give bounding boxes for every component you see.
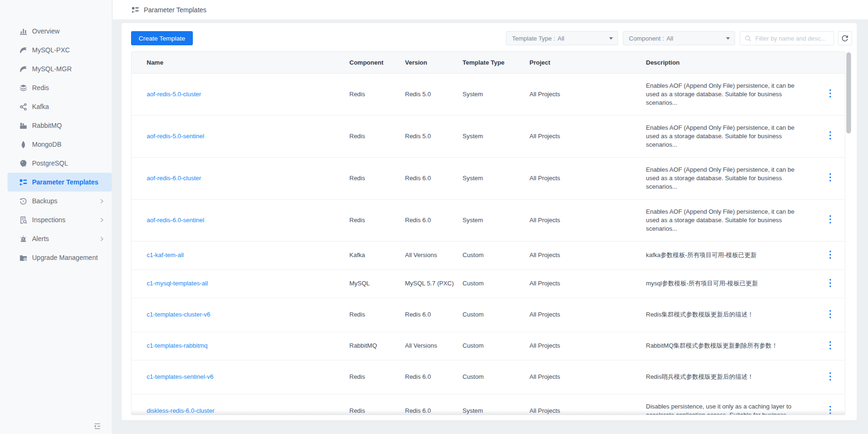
page-title: Parameter Templates bbox=[144, 6, 207, 14]
template-type-select[interactable]: Template Type : All bbox=[506, 31, 618, 45]
table-row: diskless-redis-6.0-clusterRedisRedis 6.0… bbox=[132, 394, 845, 415]
postgresql-icon bbox=[19, 159, 27, 167]
cell-project: All Projects bbox=[529, 394, 646, 415]
mongodb-icon bbox=[19, 140, 27, 149]
sidebar-item-label: Alerts bbox=[32, 234, 94, 243]
cell-description: Enables AOF (Append Only File) persisten… bbox=[646, 157, 818, 199]
template-name-link[interactable]: aof-redis-5.0-sentinel bbox=[147, 133, 204, 140]
cell-template-type: System bbox=[463, 115, 529, 157]
cell-name: c1-templates-rabbitmq bbox=[132, 332, 349, 360]
sidebar-item-rabbitmq[interactable]: RabbitMQ bbox=[0, 116, 112, 135]
sidebar-item-label: Backups bbox=[32, 197, 94, 205]
alerts-icon bbox=[19, 234, 27, 243]
table-row: aof-redis-6.0-sentinelRedisRedis 6.0Syst… bbox=[132, 199, 845, 241]
cell-version: Redis 6.0 bbox=[405, 199, 463, 241]
template-name-link[interactable]: c1-mysql-templates-all bbox=[147, 280, 208, 287]
row-actions-menu-icon[interactable] bbox=[827, 371, 834, 382]
create-template-button[interactable]: Create Template bbox=[131, 31, 193, 45]
cell-name: c1-kaf-tem-all bbox=[132, 241, 349, 269]
cell-actions bbox=[818, 298, 845, 332]
sidebar-item-parameter-templates[interactable]: Parameter Templates bbox=[8, 173, 112, 192]
row-actions-menu-icon[interactable] bbox=[827, 278, 834, 288]
table-body: aof-redis-5.0-clusterRedisRedis 5.0Syste… bbox=[132, 73, 845, 415]
row-actions-menu-icon[interactable] bbox=[827, 250, 834, 260]
templates-card: Create Template Template Type : All Comp… bbox=[122, 23, 857, 420]
table-header-row: Name Component Version Template Type Pro… bbox=[132, 52, 845, 73]
cell-name: diskless-redis-6.0-cluster bbox=[132, 394, 349, 415]
refresh-button[interactable] bbox=[838, 31, 852, 45]
cell-description: Redis集群模式参数模版更新后的描述！ bbox=[646, 298, 818, 332]
sidebar-item-redis[interactable]: Redis bbox=[0, 78, 112, 97]
cell-name: c1-mysql-templates-all bbox=[132, 269, 349, 298]
cell-name: aof-redis-5.0-cluster bbox=[132, 73, 349, 115]
template-name-link[interactable]: c1-templates-cluster-v6 bbox=[147, 311, 210, 318]
sidebar-item-label: MySQL-MGR bbox=[32, 65, 104, 73]
cell-version: Redis 6.0 bbox=[405, 394, 463, 415]
row-actions-menu-icon[interactable] bbox=[827, 405, 834, 415]
sidebar-collapse-icon[interactable] bbox=[93, 422, 101, 432]
cell-component: Redis bbox=[349, 73, 405, 115]
sidebar-item-postgresql[interactable]: PostgreSQL bbox=[0, 154, 112, 173]
table-row: aof-redis-5.0-clusterRedisRedis 5.0Syste… bbox=[132, 73, 845, 115]
row-actions-menu-icon[interactable] bbox=[827, 214, 834, 225]
table-row: c1-templates-rabbitmqRabbitMQAll Version… bbox=[132, 332, 845, 360]
sidebar-item-backups[interactable]: Backups bbox=[0, 192, 112, 210]
sidebar-item-inspections[interactable]: Inspections bbox=[0, 210, 112, 229]
template-name-link[interactable]: aof-redis-6.0-cluster bbox=[147, 175, 201, 182]
page-header: Parameter Templates bbox=[113, 0, 868, 20]
table-row: aof-redis-5.0-sentinelRedisRedis 5.0Syst… bbox=[132, 115, 845, 157]
cell-component: Redis bbox=[349, 157, 405, 199]
cell-actions bbox=[818, 199, 845, 241]
template-name-link[interactable]: aof-redis-5.0-cluster bbox=[147, 91, 201, 98]
cell-template-type: System bbox=[463, 199, 529, 241]
search-input[interactable] bbox=[754, 34, 830, 42]
sidebar-item-mysql-pxc[interactable]: MySQL-PXC bbox=[0, 41, 112, 59]
template-name-link[interactable]: c1-templates-rabbitmq bbox=[147, 342, 207, 349]
cell-version: Redis 6.0 bbox=[405, 298, 463, 332]
sidebar-item-overview[interactable]: Overview bbox=[0, 22, 112, 41]
cell-project: All Projects bbox=[529, 199, 646, 241]
parameter-templates-icon bbox=[132, 6, 139, 14]
sidebar: OverviewMySQL-PXCMySQL-MGRRedisKafkaRabb… bbox=[0, 0, 112, 434]
cell-description: Redis哨兵模式参数模版更新后的描述！ bbox=[646, 360, 818, 394]
row-actions-menu-icon[interactable] bbox=[827, 130, 834, 141]
cell-component: Redis bbox=[349, 360, 405, 394]
parameter-templates-icon bbox=[19, 178, 27, 186]
sidebar-item-label: Upgrade Management bbox=[32, 253, 104, 262]
template-name-link[interactable]: diskless-redis-6.0-cluster bbox=[147, 407, 215, 414]
sidebar-menu: OverviewMySQL-PXCMySQL-MGRRedisKafkaRabb… bbox=[0, 22, 112, 267]
cell-component: Redis bbox=[349, 115, 405, 157]
cell-project: All Projects bbox=[529, 360, 646, 394]
row-actions-menu-icon[interactable] bbox=[827, 309, 834, 319]
sidebar-item-alerts[interactable]: Alerts bbox=[0, 229, 112, 248]
chevron-right-icon bbox=[99, 236, 104, 242]
sidebar-item-label: Redis bbox=[32, 83, 104, 92]
component-select[interactable]: Component : All bbox=[623, 31, 735, 45]
template-name-link[interactable]: c1-kaf-tem-all bbox=[147, 251, 184, 259]
table-row: c1-mysql-templates-allMySQLMySQL 5.7 (PX… bbox=[132, 269, 845, 298]
cell-component: Redis bbox=[349, 199, 405, 241]
cell-template-type: System bbox=[463, 73, 529, 115]
sidebar-item-kafka[interactable]: Kafka bbox=[0, 97, 112, 116]
column-header-project: Project bbox=[529, 52, 646, 73]
template-name-link[interactable]: c1-templates-sentinel-v6 bbox=[147, 373, 214, 380]
cell-template-type: Custom bbox=[463, 241, 529, 269]
cell-description: Disables persistence, use it only as a c… bbox=[646, 394, 818, 415]
cell-component: Redis bbox=[349, 394, 405, 415]
chevron-right-icon bbox=[99, 199, 104, 204]
sidebar-item-label: RabbitMQ bbox=[32, 121, 104, 130]
row-actions-menu-icon[interactable] bbox=[827, 88, 834, 99]
templates-table: Name Component Version Template Type Pro… bbox=[131, 51, 845, 415]
sidebar-item-upgrade-management[interactable]: Upgrade Management bbox=[0, 248, 112, 267]
sidebar-item-mongodb[interactable]: MongoDB bbox=[0, 135, 112, 154]
template-name-link[interactable]: aof-redis-6.0-sentinel bbox=[147, 217, 204, 224]
sidebar-item-mysql-mgr[interactable]: MySQL-MGR bbox=[0, 59, 112, 78]
sidebar-item-label: Kafka bbox=[32, 102, 104, 111]
chevron-down-icon bbox=[609, 37, 613, 40]
row-actions-menu-icon[interactable] bbox=[827, 340, 834, 351]
scrollbar-thumb[interactable] bbox=[846, 52, 851, 134]
cell-actions bbox=[818, 115, 845, 157]
cell-project: All Projects bbox=[529, 73, 646, 115]
cell-version: Redis 5.0 bbox=[405, 73, 463, 115]
row-actions-menu-icon[interactable] bbox=[827, 172, 834, 183]
